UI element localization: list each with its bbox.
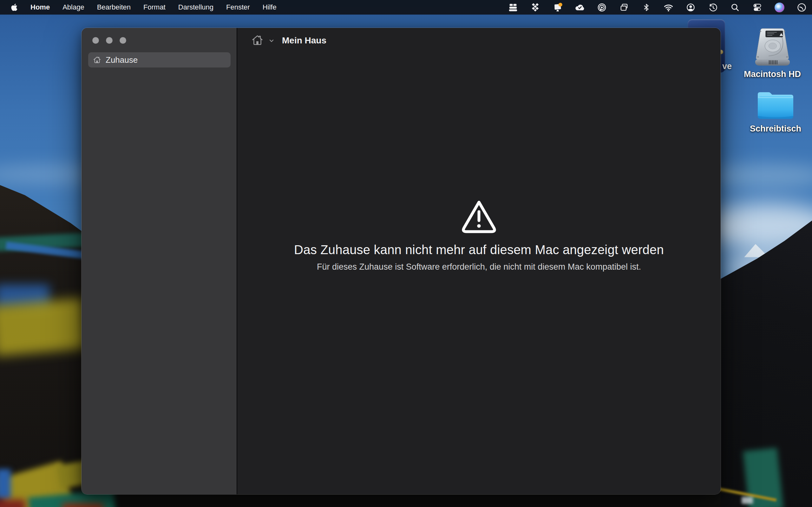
house-icon [93,55,101,64]
menu-hilfe[interactable]: Hilfe [263,3,276,11]
display-notification-icon[interactable] [552,2,563,13]
bluetooth-icon[interactable] [641,2,652,13]
user-account-icon[interactable] [686,2,696,13]
error-subtitle: Für dieses Zuhause ist Software erforder… [317,262,641,272]
wifi-icon[interactable] [663,2,674,13]
apple-menu-icon[interactable] [11,3,18,11]
menu-fenster[interactable]: Fenster [226,3,250,11]
cloud-sync-icon[interactable] [574,2,585,13]
home-selector-button[interactable] [250,34,274,47]
warning-triangle-icon [459,199,499,234]
window-sidebar: Zuhause [82,28,237,494]
siri-icon[interactable] [774,2,785,13]
desktop-icon-label: Schreibtisch [750,124,801,134]
time-machine-icon[interactable] [708,2,718,13]
desktop-icon-schreibtisch[interactable]: Schreibtisch [752,88,799,134]
sidebar-item-zuhause[interactable]: Zuhause [88,52,231,67]
window-titlebar: Mein Haus [237,28,721,52]
siri-orb [774,3,784,12]
spotlight-icon[interactable] [730,2,740,13]
desktop-icon-label: Macintosh HD [744,69,801,79]
menu-bar-left: Home Ablage Bearbeiten Format Darstellun… [0,3,276,11]
window-title: Mein Haus [282,36,326,46]
radar-icon[interactable] [597,2,607,13]
external-drive-label[interactable]: ve [722,61,732,71]
menu-ablage[interactable]: Ablage [62,3,84,11]
stack-icon[interactable] [508,2,518,13]
screen-mirroring-icon[interactable] [619,2,629,13]
house-icon [250,34,265,47]
menu-bar-status-icons [508,2,812,13]
menu-format[interactable]: Format [143,3,165,11]
close-button[interactable] [92,37,99,44]
minimize-button[interactable] [106,37,113,44]
traffic-lights [92,37,126,44]
prayer-flag [742,497,753,504]
error-title: Das Zuhause kann nicht mehr auf diesem M… [294,243,664,257]
sidebar-item-label: Zuhause [106,55,138,65]
prayer-flag [62,503,103,507]
prayer-flag [0,469,11,499]
home-app-window: Zuhause Mein Haus Das Zuhau [82,28,721,494]
prayer-flag [0,297,90,356]
chevron-down-icon [269,39,274,43]
folder-icon [756,88,796,121]
clock-icon[interactable] [797,2,807,13]
menu-bearbeiten[interactable]: Bearbeiten [97,3,131,11]
prayer-flag [0,499,26,507]
control-center-icon[interactable] [752,2,763,13]
error-block: Das Zuhause kann nicht mehr auf diesem M… [237,199,721,272]
dropbox-icon[interactable] [530,2,541,13]
zoom-button[interactable] [119,37,126,44]
desktop-icon-macintosh-hd[interactable]: Macintosh HD [749,27,796,79]
window-content: Mein Haus Das Zuhause kann nicht mehr au… [237,28,721,494]
menu-app-name[interactable]: Home [31,3,50,11]
hard-drive-icon [754,27,791,66]
menu-darstellung[interactable]: Darstellung [178,3,213,11]
menu-bar: Home Ablage Bearbeiten Format Darstellun… [0,0,812,14]
